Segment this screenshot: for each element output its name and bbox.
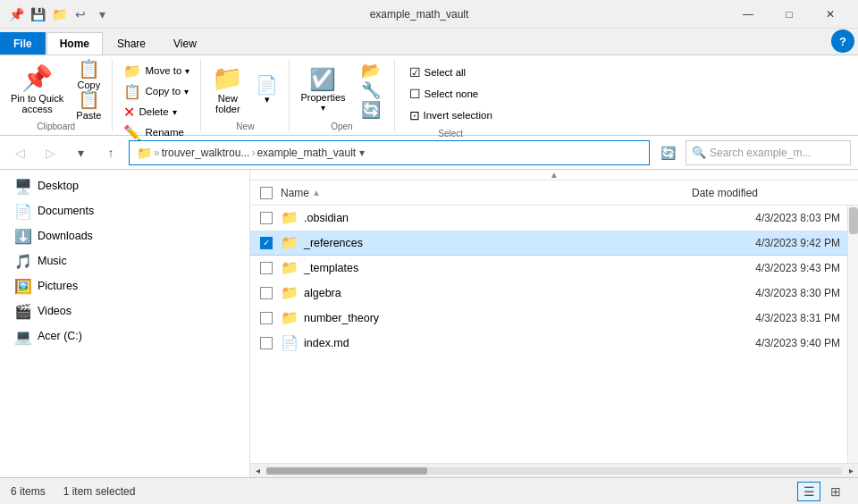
col-date-label: Date modified [692, 187, 758, 199]
delete-label: Delete [139, 106, 168, 117]
file-list-scrollbar-thumb[interactable] [849, 207, 858, 234]
row2-checkbox[interactable]: ✓ [260, 237, 273, 249]
path-dropdown-icon[interactable]: ▾ [359, 147, 365, 159]
move-dropdown-icon: ▾ [185, 66, 189, 76]
properties-dropdown-icon: ▾ [321, 103, 325, 113]
title-bar: 📌 💾 📁 ↩ ▾ example_math_vault — □ ✕ [0, 0, 858, 29]
open-group: ☑️ Properties ▾ 📂 🔧 🔄 Open [290, 59, 394, 131]
row5-checkbox[interactable] [260, 312, 273, 324]
row6-checkbox[interactable] [260, 337, 273, 349]
maximize-button[interactable]: □ [769, 0, 810, 29]
h-scroll-left-button[interactable]: ◂ [250, 464, 265, 478]
select-none-button[interactable]: ☐ Select none [404, 84, 498, 104]
table-row[interactable]: ✓ 📁 _references 4/3/2023 9:42 PM [250, 231, 847, 256]
search-box[interactable]: 🔍 Search example_m... [686, 140, 851, 165]
collapse-icon[interactable]: ▲ [550, 170, 559, 180]
undo-icon[interactable]: ↩ [72, 5, 89, 23]
minimize-button[interactable]: — [728, 0, 769, 29]
h-scroll-thumb[interactable] [266, 467, 427, 475]
sidebar-item-documents[interactable]: 📄 Documents [0, 198, 249, 223]
copy-to-icon: 📋 [123, 83, 141, 100]
col-header-date[interactable]: Date modified [692, 187, 835, 199]
tab-view[interactable]: View [160, 32, 210, 55]
row2-date: 4/3/2023 9:42 PM [697, 237, 840, 249]
copy-button[interactable]: 📋 Copy [71, 61, 106, 89]
large-icons-view-button[interactable]: ⊞ [824, 482, 847, 501]
select-group-content: ☑ Select all ☐ Select none ⊡ Invert sele… [400, 61, 501, 127]
back-button[interactable]: ◁ [7, 140, 32, 165]
sidebar-wrapper: 🖥️ Desktop 📄 Documents ⬇️ Downloads 🎵 Mu… [0, 170, 250, 477]
table-row[interactable]: 📁 .obsidian 4/3/2023 8:03 PM [250, 206, 847, 231]
table-row[interactable]: 📄 index.md 4/3/2023 9:40 PM [250, 331, 847, 356]
tab-share[interactable]: Share [104, 32, 159, 55]
tab-home[interactable]: Home [46, 32, 103, 55]
sidebar-item-desktop[interactable]: 🖥️ Desktop [0, 173, 249, 198]
copy-to-label: Copy to [145, 86, 181, 97]
dropdown-arrow-icon[interactable]: ▾ [93, 5, 111, 23]
refresh-button[interactable]: 🔄 [655, 140, 680, 165]
item-count: 6 items [11, 485, 46, 498]
select-all-button[interactable]: ☑ Select all [404, 63, 498, 82]
help-button[interactable]: ? [831, 29, 854, 53]
pin-to-quick-access-button[interactable]: 📌 Pin to Quickaccess [5, 61, 69, 120]
invert-selection-button[interactable]: ⊡ Invert selection [404, 105, 498, 125]
sidebar-item-downloads[interactable]: ⬇️ Downloads [0, 223, 249, 248]
select-label: Select [438, 129, 463, 139]
open-extra2-button[interactable]: 🔧 [353, 81, 389, 99]
sidebar-item-documents-label: Documents [38, 205, 94, 217]
table-row[interactable]: 📁 _templates 4/3/2023 9:43 PM [250, 256, 847, 281]
paste-button[interactable]: 📋 Paste [71, 91, 106, 120]
file-list-header: Name ▲ Date modified [250, 181, 858, 206]
new-folder-quick-icon[interactable]: 📁 [50, 5, 68, 23]
new-label: New [236, 122, 254, 131]
address-path[interactable]: 📁 » trouver_walktrou... › example_math_v… [129, 140, 650, 165]
desktop-icon: 🖥️ [14, 178, 32, 195]
open-extra3-button[interactable]: 🔄 [353, 101, 389, 119]
open-extra1-button[interactable]: 📂 [353, 62, 389, 80]
file-list: 📁 .obsidian 4/3/2023 8:03 PM ✓ 📁 _refere… [250, 206, 847, 463]
up-button[interactable]: ↑ [98, 140, 123, 165]
recent-paths-button[interactable]: ▾ [68, 140, 93, 165]
properties-button[interactable]: ☑️ Properties ▾ [295, 61, 350, 120]
pin-large-icon: 📌 [21, 66, 53, 91]
sidebar-item-music[interactable]: 🎵 Music [0, 248, 249, 273]
row3-name: _templates [304, 262, 692, 274]
sidebar-item-acer[interactable]: 💻 Acer (C:) [0, 323, 249, 349]
row4-date: 4/3/2023 8:30 PM [697, 287, 840, 299]
paste-label: Paste [76, 110, 101, 121]
title-bar-quick-access: 📌 💾 📁 ↩ ▾ [7, 5, 111, 23]
move-to-button[interactable]: 📁 Move to ▾ [118, 61, 195, 80]
tab-file[interactable]: File [0, 32, 46, 55]
details-view-button[interactable]: ☰ [797, 482, 820, 501]
close-button[interactable]: ✕ [810, 0, 851, 29]
h-scroll-right-button[interactable]: ▸ [844, 464, 858, 478]
clipboard-label: Clipboard [37, 122, 75, 131]
row1-checkbox[interactable] [260, 212, 273, 224]
sidebar-item-videos[interactable]: 🎬 Videos [0, 298, 249, 323]
search-placeholder: Search example_m... [710, 147, 811, 159]
paste-icon: 📋 [78, 90, 100, 108]
header-checkbox[interactable] [260, 187, 273, 199]
new-folder-button[interactable]: 📁 Newfolder [206, 61, 248, 120]
new-item-button[interactable]: 📄 ▾ [250, 61, 283, 120]
pin-label: Pin to Quickaccess [11, 93, 63, 114]
new-item-dropdown-icon: ▾ [265, 94, 270, 105]
folder-icon: 📁 [281, 234, 299, 251]
forward-button[interactable]: ▷ [38, 140, 63, 165]
sidebar-item-pictures[interactable]: 🖼️ Pictures [0, 273, 249, 298]
copy-to-button[interactable]: 📋 Copy to ▾ [118, 81, 195, 101]
pin-icon[interactable]: 📌 [7, 5, 25, 23]
table-row[interactable]: 📁 algebra 4/3/2023 8:30 PM [250, 281, 847, 306]
file-area: ▲ Name ▲ Date modified 📁 [250, 170, 858, 477]
table-row[interactable]: 📁 number_theory 4/3/2023 8:31 PM [250, 306, 847, 331]
path-part2: example_math_vault [257, 147, 356, 159]
row3-checkbox[interactable] [260, 262, 273, 274]
delete-button[interactable]: ✕ Delete ▾ [118, 102, 195, 122]
file-list-scrollbar[interactable] [847, 206, 858, 463]
sidebar: 🖥️ Desktop 📄 Documents ⬇️ Downloads 🎵 Mu… [0, 170, 250, 477]
row4-checkbox[interactable] [260, 287, 273, 299]
save-icon[interactable]: 💾 [29, 5, 46, 23]
clipboard-group-content: 📌 Pin to Quickaccess 📋 Copy 📋 Paste [5, 61, 106, 120]
organize-group-content: 📁 Move to ▾ 📋 Copy to ▾ ✕ Delete ▾ ✏️ Re… [118, 61, 195, 142]
col-header-name[interactable]: Name ▲ [281, 187, 686, 199]
